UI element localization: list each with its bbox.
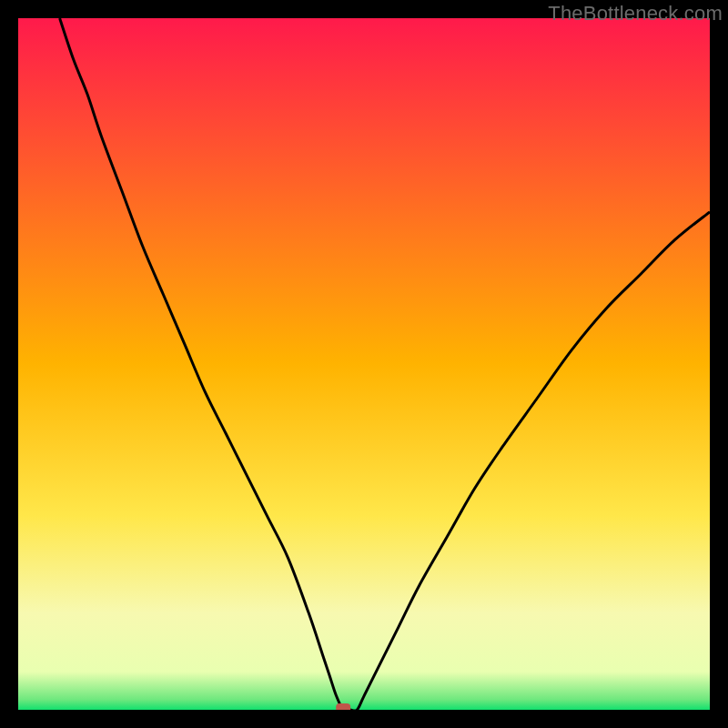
chart-svg xyxy=(18,18,710,710)
chart-background xyxy=(18,18,710,710)
watermark-text: TheBottleneck.com xyxy=(548,2,723,25)
chart-frame xyxy=(18,18,710,710)
optimum-marker xyxy=(336,703,350,710)
